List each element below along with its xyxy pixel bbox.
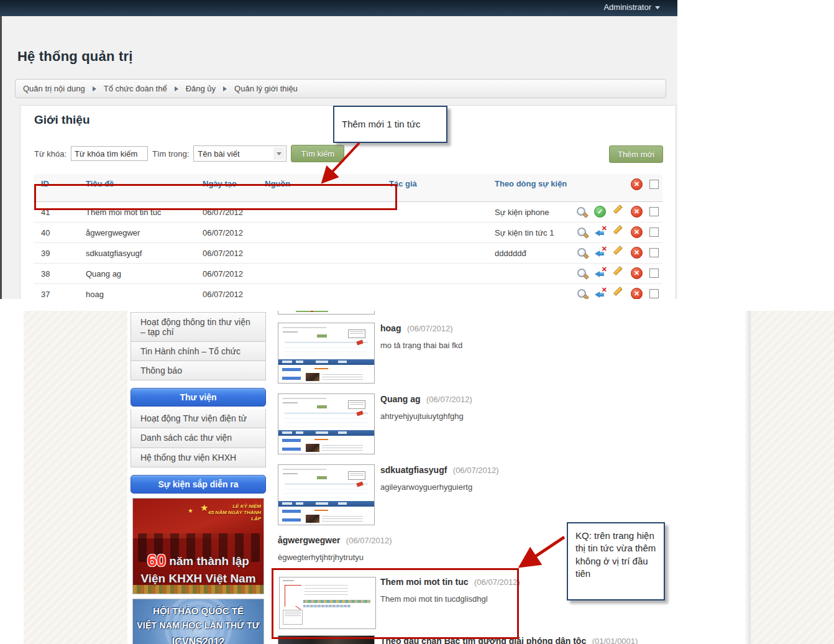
page-background-right [751,311,834,644]
row-checkbox[interactable] [649,228,659,237]
news-title[interactable]: hoag [380,323,401,333]
cell-event: Sự kiện iphone [495,208,582,217]
sidebar-item-elibrary[interactable]: Hoạt động Thư viện điện tử [131,409,266,428]
news-title[interactable]: ågwergwegwer [278,535,340,545]
banner-text: ICVNS2012 [133,637,263,644]
admin-topbar: Administrator [0,0,677,16]
news-date: (06/07/2012) [407,324,453,333]
table-header-row: ID Tiêu đề Ngày tạo Nguồn Tác giả Theo d… [34,174,662,202]
sidebar-item-library-journal[interactable]: Hoạt động thông tin thư viện – tạp chí [131,312,266,342]
news-thumbnail[interactable] [278,393,375,454]
news-thumbnail[interactable] [278,464,375,525]
cell-title: Them moi mot tin tuc [86,208,161,217]
sidebar-item-library-list[interactable]: Danh sách các thư viện [131,428,266,448]
star-icon: ★ [188,507,193,514]
news-thumbnail[interactable] [278,635,375,644]
unapproved-icon[interactable]: ✕ [595,247,606,259]
add-new-button[interactable]: Thêm mới [609,145,663,163]
banner-caption: 60năm thành lập Viện KHXH Việt Nam [133,551,263,586]
scope-select[interactable]: Tên bài viết [193,145,286,162]
view-icon[interactable] [577,268,588,279]
breadcrumb-item-intro[interactable]: Quản lý giới thiệu [234,84,298,93]
section-title: Giới thiệu [34,113,90,127]
news-date: (06/07/2012) [426,395,472,404]
header-author: Tác giả [389,179,417,188]
news-date: (06/07/2012) [453,466,499,475]
table-row: 38 Quang ag 06/07/2012 ✕ ✕ [34,264,662,284]
edit-icon[interactable] [613,227,624,238]
annotation-callout-add: Thêm mới 1 tin tức [333,106,447,143]
page-background-left [24,311,127,644]
banner-text: HỘI THẢO QUỐC TẾ [133,605,263,616]
news-item: sdkuatgfiasyugf (06/07/2012) agileyarwoy… [277,464,749,527]
row-checkbox[interactable] [649,289,659,298]
event-banner-anniversary[interactable]: ★ ★ LỄ KỶ NIỆM 65 NĂM NGÀY THÀNH LẬP 60n… [132,498,264,594]
view-icon[interactable] [577,288,588,300]
sidebar-item-khxh-system[interactable]: Hệ thống thư viện KHXH [131,448,266,467]
unapproved-icon[interactable]: ✕ [595,268,606,279]
view-icon[interactable] [576,206,587,218]
unapproved-icon[interactable]: ✕ [595,227,606,238]
news-title[interactable]: sdkuatgfiasyugf [380,465,447,475]
view-icon[interactable] [577,227,588,238]
cell-event: ddddddđ [495,249,582,258]
edit-icon[interactable] [613,247,624,259]
event-banner-conference[interactable]: HỘI THẢO QUỐC TẾ VIỆT NAM HỌC LẦN THỨ TƯ… [132,599,264,644]
news-thumbnail[interactable] [279,577,376,629]
banner-text: VIỆT NAM HỌC LẦN THỨ TƯ [133,620,263,630]
row-checkbox[interactable] [649,207,659,216]
delete-icon[interactable]: ✕ [631,247,643,259]
news-thumbnail-clipped[interactable] [278,311,375,315]
unapproved-icon[interactable]: ✕ [595,288,606,300]
keyword-label: Từ khóa: [34,149,66,159]
sidebar-section-library[interactable]: Thư viện [131,388,266,407]
user-menu[interactable]: Administrator [603,2,660,12]
news-title[interactable]: Quang ag [380,394,421,404]
row-checkbox[interactable] [649,269,659,278]
breadcrumb-item-content[interactable]: Quản trị nội dung [23,84,85,93]
search-button[interactable]: Tìm kiếm [291,145,344,162]
select-all-checkbox[interactable] [649,180,659,189]
news-description: ahtryehjyujtuiuytghfghg [380,412,728,421]
delete-icon[interactable]: ✕ [631,288,643,299]
news-thumbnail[interactable] [278,323,375,384]
edit-icon[interactable] [613,268,624,279]
breadcrumb-separator-icon [93,86,96,91]
keyword-input[interactable] [71,146,148,161]
screenshot-canvas: Administrator Hệ thống quản trị Quản trị… [0,0,834,644]
cell-created: 06/07/2012 [203,228,243,237]
approved-icon[interactable]: ✓ [594,206,606,218]
sidebar-item-notice[interactable]: Thông báo [131,361,266,380]
news-item-highlighted: Them moi mot tin tuc (06/07/2012) Them m… [277,576,749,636]
cell-created: 06/07/2012 [203,290,243,299]
news-title[interactable]: Them moi mot tin tuc [380,577,469,587]
edit-icon[interactable] [613,288,624,300]
cell-id: 41 [41,208,50,217]
news-item: ågwergwegwer (06/07/2012) ègwegterhytjht… [277,535,749,564]
news-description: Them moi mot tin tucdglisdhgl [380,594,728,604]
sidebar-item-admin-org[interactable]: Tin Hành chính – Tổ chức [131,342,266,361]
news-date: (01/01/0001) [592,637,638,644]
breadcrumb-item-party[interactable]: Đảng ủy [186,84,216,93]
delete-icon[interactable]: ✕ [631,206,643,218]
cell-id: 37 [41,290,50,299]
admin-window: Administrator Hệ thống quản trị Quản trị… [0,0,677,299]
breadcrumb-item-org[interactable]: Tổ chức đoàn thể [104,84,167,93]
delete-all-icon[interactable]: ✕ [631,178,643,190]
cell-created: 06/07/2012 [203,249,243,258]
row-checkbox[interactable] [649,248,659,257]
edit-icon[interactable] [613,206,624,218]
user-menu-label: Administrator [603,2,651,12]
view-icon[interactable] [577,247,588,259]
news-title[interactable]: Theo dấu chân Bác tìm đường giải phóng d… [380,636,586,644]
cell-title: ågwergwegwer [86,228,140,237]
news-description: mo tả trạng thai bai fkd [380,341,728,350]
delete-icon[interactable]: ✕ [631,226,643,238]
sidebar-section-events[interactable]: Sự kiện sắp diễn ra [131,475,266,494]
delete-icon[interactable]: ✕ [631,267,643,279]
table-row: 39 sdkuatgfiasyugf 06/07/2012 ddddddđ ✕ … [34,243,662,264]
select-dropdown-button[interactable] [273,147,285,160]
breadcrumb-separator-icon [223,86,227,91]
news-date: (06/07/2012) [346,536,392,545]
site-window: Hoạt động thông tin thư viện – tạp chí T… [0,311,834,644]
